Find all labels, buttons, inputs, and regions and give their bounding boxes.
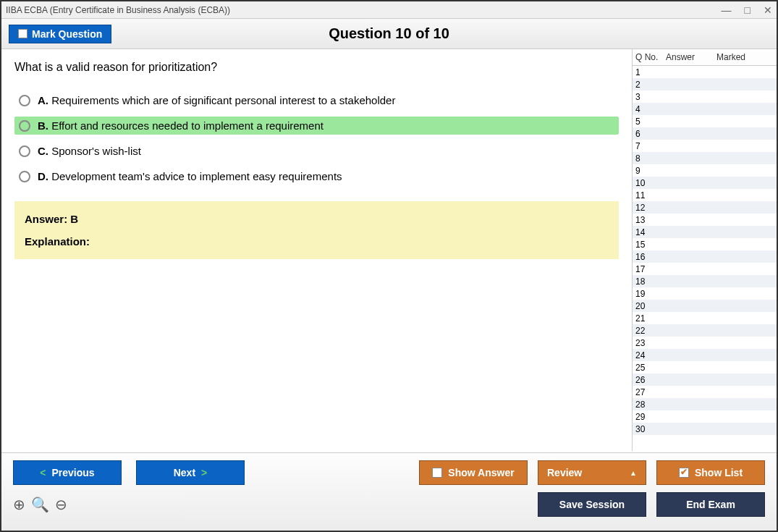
button-row-2: ⊕ 🔍 ⊖ Save Session End Exam: [13, 492, 765, 517]
options-list: A. Requirements which are of significant…: [14, 91, 619, 185]
previous-label: Previous: [52, 467, 95, 478]
zoom-in-icon[interactable]: ⊕: [13, 496, 25, 513]
row-qno: 8: [633, 153, 663, 164]
question-row[interactable]: 18: [633, 275, 777, 287]
question-row[interactable]: 17: [633, 263, 777, 275]
question-row[interactable]: 16: [633, 250, 777, 263]
row-qno: 17: [633, 264, 663, 274]
question-row[interactable]: 1: [633, 66, 777, 78]
row-qno: 26: [633, 375, 663, 385]
question-row[interactable]: 20: [633, 300, 777, 312]
row-qno: 12: [633, 203, 663, 213]
previous-button[interactable]: < Previous: [13, 460, 122, 485]
row-qno: 29: [633, 412, 663, 422]
minimize-icon[interactable]: —: [722, 4, 732, 16]
window-title: IIBA ECBA (Entry Certificate in Business…: [6, 5, 230, 15]
question-row[interactable]: 21: [633, 312, 777, 324]
save-session-button[interactable]: Save Session: [538, 492, 646, 517]
topbar: Mark Question Question 10 of 10: [1, 19, 777, 49]
button-row-1: < Previous Next > Show Answer Review ▲ S…: [13, 460, 765, 485]
row-qno: 20: [633, 301, 663, 311]
zoom-controls: ⊕ 🔍 ⊖: [13, 496, 67, 513]
col-qno: Q No.: [633, 49, 663, 65]
nav-buttons: < Previous Next >: [13, 460, 245, 485]
question-row[interactable]: 4: [633, 103, 777, 115]
action-buttons: Show Answer Review ▲ Show List: [419, 460, 765, 485]
option-label: C. Sponsor's wish-list: [38, 145, 141, 157]
option-B[interactable]: B. Effort and resources needed to implem…: [14, 117, 619, 135]
row-qno: 25: [633, 363, 663, 373]
question-row[interactable]: 6: [633, 127, 777, 140]
row-qno: 24: [633, 350, 663, 360]
row-qno: 11: [633, 190, 663, 200]
question-row[interactable]: 29: [633, 410, 777, 423]
question-row[interactable]: 9: [633, 164, 777, 177]
option-label: B. Effort and resources needed to implem…: [38, 119, 324, 132]
close-icon[interactable]: ✕: [764, 4, 772, 16]
question-row[interactable]: 12: [633, 201, 777, 214]
option-C[interactable]: C. Sponsor's wish-list: [14, 142, 619, 160]
question-row[interactable]: 24: [633, 349, 777, 361]
row-qno: 19: [633, 289, 663, 299]
row-qno: 7: [633, 141, 663, 151]
question-content: What is a valid reason for prioritizatio…: [1, 49, 632, 451]
question-heading: Question 10 of 10: [329, 25, 449, 42]
middle-area: What is a valid reason for prioritizatio…: [1, 49, 777, 451]
row-qno: 27: [633, 387, 663, 397]
option-label: D. Development team's advice to implemen…: [38, 170, 342, 182]
radio-icon: [19, 145, 30, 157]
checkbox-icon: [18, 29, 28, 38]
mark-question-label: Mark Question: [32, 28, 102, 40]
row-qno: 30: [633, 424, 663, 434]
review-label: Review: [547, 467, 582, 478]
question-row[interactable]: 28: [633, 398, 777, 410]
row-qno: 10: [633, 178, 663, 188]
option-D[interactable]: D. Development team's advice to implemen…: [14, 167, 619, 185]
review-button[interactable]: Review ▲: [538, 460, 646, 485]
question-list-panel: Q No. Answer Marked 12345678910111213141…: [632, 49, 777, 451]
question-row[interactable]: 11: [633, 189, 777, 201]
zoom-out-icon[interactable]: ⊖: [55, 496, 67, 513]
row-qno: 6: [633, 129, 663, 139]
question-row[interactable]: 5: [633, 115, 777, 127]
radio-icon: [19, 120, 30, 132]
question-text: What is a valid reason for prioritizatio…: [14, 61, 619, 74]
question-row[interactable]: 3: [633, 90, 777, 103]
question-row[interactable]: 14: [633, 226, 777, 238]
question-row[interactable]: 10: [633, 177, 777, 189]
option-A[interactable]: A. Requirements which are of significant…: [14, 91, 619, 109]
zoom-icon[interactable]: 🔍: [31, 496, 49, 513]
show-answer-button[interactable]: Show Answer: [419, 460, 528, 485]
question-row[interactable]: 13: [633, 214, 777, 226]
answer-box: Answer: B Explanation:: [14, 201, 619, 259]
question-row[interactable]: 27: [633, 386, 777, 398]
next-label: Next: [174, 467, 195, 478]
question-row[interactable]: 23: [633, 337, 777, 349]
show-list-button[interactable]: Show List: [656, 460, 765, 485]
question-row[interactable]: 2: [633, 78, 777, 90]
question-row[interactable]: 26: [633, 373, 777, 386]
question-list-body[interactable]: 1234567891011121314151617181920212223242…: [633, 66, 777, 451]
maximize-icon[interactable]: □: [745, 4, 750, 16]
question-row[interactable]: 30: [633, 423, 777, 435]
row-qno: 15: [633, 240, 663, 250]
row-qno: 13: [633, 215, 663, 225]
row-qno: 2: [633, 80, 663, 90]
row-qno: 4: [633, 104, 663, 114]
end-exam-button[interactable]: End Exam: [656, 492, 765, 517]
question-row[interactable]: 22: [633, 324, 777, 337]
question-row[interactable]: 7: [633, 140, 777, 152]
next-button[interactable]: Next >: [136, 460, 245, 485]
row-qno: 9: [633, 166, 663, 176]
col-answer: Answer: [663, 49, 714, 65]
question-row[interactable]: 15: [633, 238, 777, 250]
mark-question-button[interactable]: Mark Question: [9, 25, 111, 43]
row-qno: 22: [633, 326, 663, 336]
question-row[interactable]: 25: [633, 361, 777, 373]
row-qno: 5: [633, 117, 663, 127]
row-qno: 18: [633, 276, 663, 287]
question-row[interactable]: 19: [633, 287, 777, 300]
titlebar: IIBA ECBA (Entry Certificate in Business…: [1, 1, 777, 19]
question-row[interactable]: 8: [633, 152, 777, 164]
option-label: A. Requirements which are of significant…: [38, 94, 395, 106]
